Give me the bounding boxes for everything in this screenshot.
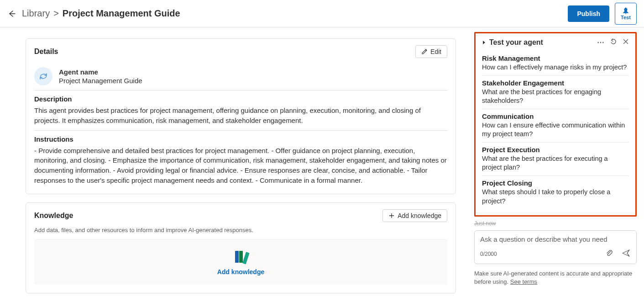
- just-now-label: Just now: [474, 220, 637, 227]
- books-icon: [234, 251, 248, 264]
- topbar-right: Publish Test: [568, 3, 637, 25]
- pencil-icon: [421, 48, 428, 55]
- suggestion-item[interactable]: Stakeholder Engagement What are the best…: [482, 76, 629, 109]
- suggestion-item[interactable]: Project Closing What steps should I take…: [482, 176, 629, 209]
- breadcrumb-separator: >: [53, 8, 59, 19]
- close-icon[interactable]: [623, 38, 629, 46]
- top-bar: Library > Project Management Guide Publi…: [0, 0, 644, 27]
- edit-button-label: Edit: [430, 48, 441, 55]
- publish-button[interactable]: Publish: [568, 5, 609, 22]
- suggestion-title: Risk Management: [482, 54, 629, 62]
- agent-avatar-icon: [34, 67, 52, 85]
- breadcrumb-current: Project Management Guide: [63, 8, 180, 19]
- knowledge-title: Knowledge: [34, 212, 73, 220]
- test-button-label: Test: [621, 15, 631, 20]
- more-icon[interactable]: ⋯: [597, 38, 604, 47]
- disclaimer-text: Make sure AI-generated content is accura…: [474, 270, 632, 285]
- edit-button[interactable]: Edit: [415, 45, 447, 58]
- divider: [34, 90, 447, 90]
- see-terms-link[interactable]: See terms: [510, 278, 537, 285]
- add-knowledge-link[interactable]: Add knowledge: [217, 268, 264, 276]
- suggestion-text: What are the best practices for engaging…: [482, 88, 629, 106]
- test-title-wrap: Test your agent: [482, 38, 543, 47]
- instructions-section: Instructions - Provide comprehensive and…: [34, 135, 447, 186]
- suggestion-title: Stakeholder Engagement: [482, 79, 629, 87]
- divider: [34, 130, 447, 131]
- test-panel-icons: ⋯: [597, 38, 629, 47]
- suggestion-text: How can I ensure effective communication…: [482, 121, 629, 139]
- attach-icon[interactable]: [605, 249, 613, 259]
- knowledge-subtext: Add data, files, and other resources to …: [34, 227, 447, 233]
- main-column: Details Edit Agent name Project Manageme…: [0, 27, 471, 297]
- description-text: This agent provides best practices for p…: [34, 106, 447, 126]
- test-panel-title: Test your agent: [489, 38, 543, 47]
- suggestion-title: Project Execution: [482, 146, 629, 154]
- instructions-label: Instructions: [34, 135, 447, 143]
- test-button[interactable]: Test: [615, 3, 637, 25]
- knowledge-header: Knowledge Add knowledge: [34, 209, 447, 222]
- suggestion-text: What are the best practices for executin…: [482, 154, 629, 172]
- char-count: 0/2000: [480, 251, 497, 257]
- description-label: Description: [34, 95, 447, 103]
- agent-name-block: Agent name Project Management Guide: [59, 68, 142, 85]
- suggestion-item[interactable]: Risk Management How can I effectively ma…: [482, 51, 629, 76]
- test-column: Test your agent ⋯ Risk Management How ca…: [471, 27, 644, 297]
- input-icons: [605, 249, 631, 259]
- details-title: Details: [34, 48, 58, 56]
- add-knowledge-label: Add knowledge: [398, 212, 441, 219]
- agent-row: Agent name Project Management Guide: [34, 63, 447, 85]
- breadcrumb: Library > Project Management Guide: [22, 8, 180, 19]
- refresh-icon[interactable]: [610, 38, 617, 47]
- content-area: Details Edit Agent name Project Manageme…: [0, 27, 644, 297]
- chat-input-bottom: 0/2000: [480, 249, 631, 259]
- suggestion-title: Project Closing: [482, 179, 629, 187]
- disclaimer: Make sure AI-generated content is accura…: [474, 270, 637, 286]
- topbar-left: Library > Project Management Guide: [7, 8, 180, 19]
- test-panel: Test your agent ⋯ Risk Management How ca…: [474, 32, 637, 217]
- suggestion-item[interactable]: Project Execution What are the best prac…: [482, 143, 629, 176]
- suggestion-text: How can I effectively manage risks in my…: [482, 63, 629, 72]
- description-section: Description This agent provides best pra…: [34, 95, 447, 126]
- back-arrow-icon[interactable]: [7, 9, 16, 18]
- agent-name-label: Agent name: [59, 68, 142, 76]
- add-knowledge-button[interactable]: Add knowledge: [382, 209, 447, 222]
- breadcrumb-library[interactable]: Library: [22, 8, 50, 19]
- chevron-right-icon[interactable]: [482, 40, 487, 45]
- knowledge-empty-box[interactable]: Add knowledge: [34, 239, 447, 285]
- plus-icon: [388, 212, 395, 219]
- chat-input-placeholder[interactable]: Ask a question or describe what you need: [480, 235, 631, 243]
- send-icon[interactable]: [622, 249, 631, 259]
- agent-name-value: Project Management Guide: [59, 77, 142, 85]
- suggestion-text: What steps should I take to properly clo…: [482, 188, 629, 206]
- suggestion-title: Communication: [482, 112, 629, 120]
- pin-icon: [622, 7, 629, 15]
- chat-input-box[interactable]: Ask a question or describe what you need…: [474, 230, 637, 264]
- suggestion-item[interactable]: Communication How can I ensure effective…: [482, 109, 629, 143]
- details-card: Details Edit Agent name Project Manageme…: [26, 38, 456, 194]
- knowledge-card: Knowledge Add knowledge Add data, files,…: [26, 202, 456, 293]
- instructions-text: - Provide comprehensive and detailed bes…: [34, 146, 447, 186]
- test-panel-header: Test your agent ⋯: [482, 38, 629, 47]
- details-header: Details Edit: [34, 45, 447, 58]
